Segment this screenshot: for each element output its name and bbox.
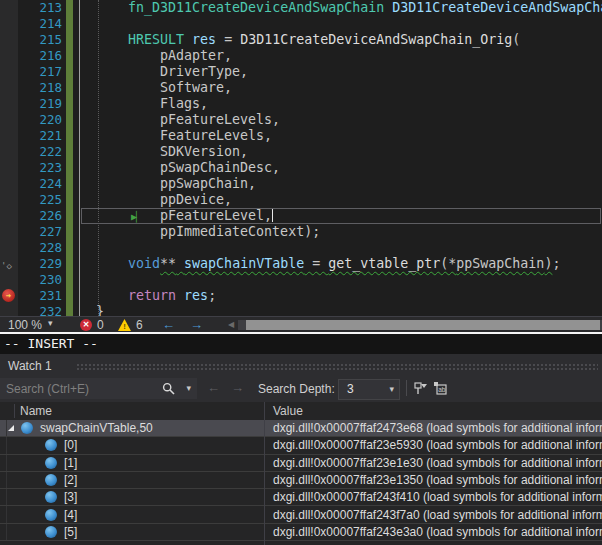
chevron-down-icon[interactable]: ▾	[48, 318, 53, 328]
watch-name-cell[interactable]: [2]	[0, 473, 264, 487]
object-icon	[45, 491, 57, 503]
drag-grip[interactable]	[76, 363, 598, 372]
expand-arrow-icon[interactable]	[8, 425, 14, 431]
column-header-name[interactable]: Name	[20, 404, 52, 418]
watch-name: [0]	[64, 438, 77, 452]
code-text: return res;	[96, 288, 216, 304]
watch-value-cell[interactable]: dxgi.dll!0x00007ffaf2473e68 (load symbol…	[264, 421, 602, 435]
code-editor[interactable]: 213 fn_D3D11CreateDeviceAndSwapChain D3D…	[0, 0, 602, 316]
code-line[interactable]: 215 HRESULT res = D3D11CreateDeviceAndSw…	[0, 32, 602, 48]
watch-title: Watch 1	[8, 359, 52, 373]
code-token	[96, 288, 128, 303]
code-line[interactable]: ➜231 return res;	[0, 288, 602, 304]
watch-name-cell[interactable]: [4]	[0, 508, 264, 522]
code-line[interactable]: 228	[0, 240, 602, 256]
code-line[interactable]: 216 pAdapter,	[0, 48, 602, 64]
scrollbar-thumb[interactable]	[246, 320, 600, 330]
code-token: =	[304, 256, 328, 271]
code-line[interactable]: 232}	[0, 304, 602, 316]
row-gutter-divider	[6, 437, 7, 453]
code-line[interactable]: 213 fn_D3D11CreateDeviceAndSwapChain D3D…	[0, 0, 602, 16]
watch-row[interactable]: [0]dxgi.dll!0x00007ffaf23e5930 (load sym…	[0, 437, 602, 454]
watch-name-cell[interactable]: [0]	[0, 438, 264, 452]
code-token: ;	[208, 288, 216, 303]
code-line[interactable]: 218 Software,	[0, 80, 602, 96]
error-count[interactable]: 0	[97, 318, 104, 332]
code-line[interactable]: 224 ppSwapChain,	[0, 176, 602, 192]
code-text: ppDevice,	[96, 192, 232, 208]
watch-row[interactable]: [4]dxgi.dll!0x00007ffaf243f7a0 (load sym…	[0, 506, 602, 523]
code-token: FeatureLevels,	[96, 128, 272, 143]
chevron-down-icon[interactable]: ▾	[186, 383, 191, 393]
code-token: SDKVersion,	[96, 144, 248, 159]
line-number: 219	[18, 96, 62, 112]
column-header-value[interactable]: Value	[273, 404, 303, 418]
code-line[interactable]: 214	[0, 16, 602, 32]
watch-name: [3]	[64, 490, 77, 504]
line-number: 214	[18, 16, 62, 32]
watch-row[interactable]: [2]dxgi.dll!0x00007ffaf23e1350 (load sym…	[0, 472, 602, 489]
column-divider[interactable]	[264, 402, 265, 545]
breakpoint-current-statement-icon[interactable]: ➜	[2, 289, 15, 302]
code-line[interactable]: 226▶▏ pFeatureLevel,	[0, 208, 602, 224]
code-line[interactable]: 222 SDKVersion,	[0, 144, 602, 160]
line-number: 221	[18, 128, 62, 144]
watch-value-cell[interactable]: dxgi.dll!0x00007ffaf23e1e30 (load symbol…	[264, 456, 602, 470]
code-line[interactable]: '◇229 void** swapChainVTable = get_vtabl…	[0, 256, 602, 272]
watch-value-cell[interactable]: dxgi.dll!0x00007ffaf23e5930 (load symbol…	[264, 438, 602, 452]
code-line[interactable]: 223 pSwapChainDesc,	[0, 160, 602, 176]
toolbar-separator	[406, 380, 407, 396]
code-line[interactable]: 221 FeatureLevels,	[0, 128, 602, 144]
code-line[interactable]: 219 Flags,	[0, 96, 602, 112]
horizontal-scrollbar[interactable]	[238, 320, 602, 330]
filter-watchpoint-icon[interactable]	[412, 380, 428, 396]
chevron-down-icon[interactable]: ▾	[389, 384, 394, 394]
code-token	[184, 32, 192, 47]
search-depth-combo[interactable]: 3 ▾	[338, 379, 400, 400]
watch-row[interactable]: swapChainVTable,50dxgi.dll!0x00007ffaf24…	[0, 420, 602, 437]
scroll-left-arrow-icon[interactable]: ◀	[228, 320, 234, 330]
line-number: 223	[18, 160, 62, 176]
vim-status-bar: -- INSERT --	[0, 332, 602, 354]
code-line[interactable]: 225 ppDevice,	[0, 192, 602, 208]
code-line[interactable]: 220 pFeatureLevels,	[0, 112, 602, 128]
code-token: (*	[440, 256, 456, 271]
search-forward-icon[interactable]: →	[231, 380, 244, 395]
watch-row[interactable]: [3]dxgi.dll!0x00007ffaf243f410 (load sym…	[0, 489, 602, 506]
code-token: pSwapChainDesc,	[96, 160, 280, 175]
watch-name-cell[interactable]: [5]	[0, 525, 264, 539]
watch-title-bar[interactable]: Watch 1	[0, 357, 602, 375]
code-line[interactable]: 227 ppImmediateContext);	[0, 224, 602, 240]
line-number: 222	[18, 144, 62, 160]
code-line[interactable]: 230	[0, 272, 602, 288]
watch-value-cell[interactable]: dxgi.dll!0x00007ffaf243f410 (load symbol…	[264, 490, 602, 504]
code-text: Flags,	[96, 96, 208, 112]
error-icon[interactable]: ✕	[80, 319, 92, 331]
warning-count[interactable]: 6	[136, 318, 143, 332]
watch-value-cell[interactable]: dxgi.dll!0x00007ffaf243f7a0 (load symbol…	[264, 508, 602, 522]
code-token: ppDevice,	[96, 192, 232, 207]
navigate-forward-icon[interactable]: →	[190, 317, 203, 332]
search-input[interactable]	[4, 379, 168, 399]
watch-grid: Name Value swapChainVTable,50dxgi.dll!0x…	[0, 402, 602, 545]
watch-row[interactable]: [1]dxgi.dll!0x00007ffaf23e1e30 (load sym…	[0, 455, 602, 472]
code-token: **	[160, 256, 176, 271]
code-text: pFeatureLevels,	[96, 112, 280, 128]
search-back-icon[interactable]: ←	[207, 380, 220, 395]
line-number: 216	[18, 48, 62, 64]
search-box[interactable]: ▾	[0, 378, 197, 399]
zoom-level-control[interactable]: 100 %	[8, 318, 42, 332]
navigate-back-icon[interactable]: ←	[162, 317, 175, 332]
format-specifier-icon[interactable]: ab	[432, 380, 448, 396]
code-token	[96, 32, 128, 47]
code-token: D3D11CreateDeviceAndSwapChain(	[392, 0, 602, 15]
watch-row[interactable]: [5]dxgi.dll!0x00007ffaf243e3a0 (load sym…	[0, 524, 602, 541]
watch-name-cell[interactable]: [1]	[0, 456, 264, 470]
code-line[interactable]: 217 DriverType,	[0, 64, 602, 80]
warning-icon[interactable]: !	[118, 319, 131, 331]
search-icon[interactable]	[162, 382, 175, 395]
watch-name-cell[interactable]: [3]	[0, 490, 264, 504]
watch-value-cell[interactable]: dxgi.dll!0x00007ffaf243e3a0 (load symbol…	[264, 525, 602, 539]
watch-value-cell[interactable]: dxgi.dll!0x00007ffaf23e1350 (load symbol…	[264, 473, 602, 487]
watch-name-cell[interactable]: swapChainVTable,50	[0, 421, 264, 435]
